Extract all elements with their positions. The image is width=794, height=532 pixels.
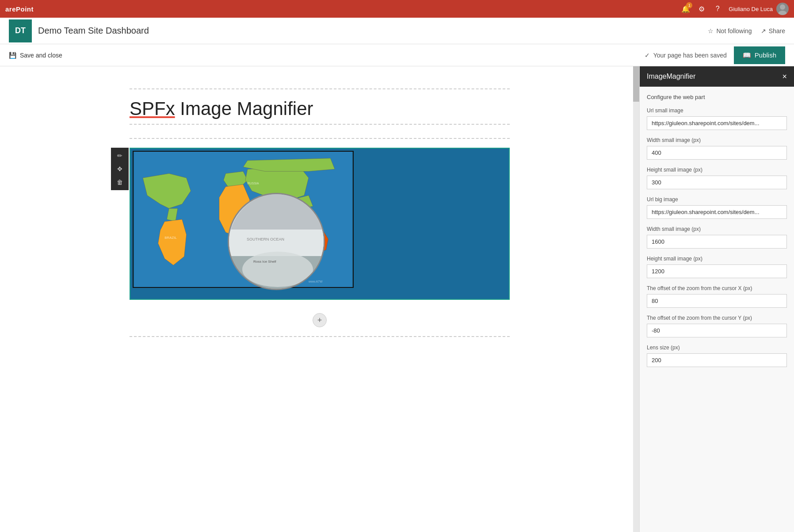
topbar-right: 🔔 1 ⚙ ? Giuliano De Luca: [681, 3, 789, 15]
not-following-label: Not following: [716, 27, 752, 34]
panel-title: ImageMagnifier: [647, 73, 695, 80]
svg-text:RUSSIA: RUSSIA: [248, 182, 259, 185]
star-icon: ☆: [708, 27, 714, 34]
form-group-width_big: Width small image (px): [647, 226, 787, 249]
label-height_small: Height small image (px): [647, 167, 787, 173]
page-header-left: DT Demo Team Site Dashboard: [9, 19, 149, 42]
svg-text:SOUTHERN OCEAN: SOUTHERN OCEAN: [247, 237, 284, 241]
magnifier-content: Ross Ice Shelf SOUTHERN OCEAN: [229, 194, 325, 290]
right-panel: ImageMagnifier × Configure the web part …: [639, 66, 794, 532]
label-url_small: Url small image: [647, 107, 787, 114]
form-group-url_big: Url big image: [647, 196, 787, 219]
page-header-right: ☆ Not following ↗ Share: [708, 27, 785, 34]
check-icon: ✓: [645, 52, 650, 59]
magnifier-lens: Ross Ice Shelf SOUTHERN OCEAN: [228, 193, 325, 290]
webpart-container: BRAZIL RUSSIA SOUTHERN OCEA AFRICA www.A…: [130, 148, 510, 300]
label-lens_size: Lens size (px): [647, 344, 787, 351]
input-width_big[interactable]: [647, 235, 787, 249]
close-panel-button[interactable]: ×: [782, 72, 787, 81]
form-group-offset_x: The offset of the zoom from the cursor X…: [647, 285, 787, 308]
input-url_big[interactable]: [647, 205, 787, 219]
move-webpart-button[interactable]: ✥: [114, 163, 126, 175]
title-spfx: SPFx: [130, 98, 175, 119]
site-title: Demo Team Site Dashboard: [38, 26, 149, 36]
add-section-button[interactable]: +: [313, 313, 327, 327]
user-avatar: [776, 3, 789, 15]
add-section-area: +: [130, 309, 510, 332]
input-lens_size[interactable]: [647, 353, 787, 367]
input-height_small[interactable]: [647, 176, 787, 189]
label-url_big: Url big image: [647, 196, 787, 203]
form-group-height_small: Height small image (px): [647, 167, 787, 189]
save-close-label: Save and close: [20, 52, 62, 59]
main-area: SPFx Image Magnifier ✏ ✥ 🗑: [0, 66, 794, 532]
not-following-button[interactable]: ☆ Not following: [708, 27, 752, 34]
input-width_small[interactable]: [647, 146, 787, 160]
canvas[interactable]: SPFx Image Magnifier ✏ ✥ 🗑: [0, 66, 639, 532]
label-offset_y: The offset of the zoom from the cursor Y…: [647, 315, 787, 321]
publish-label: Publish: [755, 51, 776, 59]
input-offset_y[interactable]: [647, 324, 787, 337]
label-offset_x: The offset of the zoom from the cursor X…: [647, 285, 787, 291]
saved-status-text: Your page has been saved: [653, 52, 727, 59]
edit-toolbar: 💾 Save and close ✓ Your page has been sa…: [0, 44, 794, 66]
input-url_small[interactable]: [647, 116, 787, 130]
label-width_small: Width small image (px): [647, 137, 787, 143]
page-title: SPFx Image Magnifier: [130, 98, 510, 125]
settings-icon[interactable]: ⚙: [697, 4, 706, 14]
notification-badge: 1: [686, 2, 692, 8]
user-name: Giuliano De Luca: [729, 6, 773, 12]
share-label: Share: [769, 27, 785, 34]
saved-status: ✓ Your page has been saved: [645, 52, 727, 59]
form-group-lens_size: Lens size (px): [647, 344, 787, 367]
brand-name: arePoint: [5, 5, 34, 13]
help-icon[interactable]: ?: [713, 4, 722, 14]
form-fields: Url small imageWidth small image (px)Hei…: [647, 107, 787, 367]
config-subtitle: Configure the web part: [647, 94, 787, 100]
webpart-toolbar: ✏ ✥ 🗑: [111, 148, 129, 190]
delete-webpart-button[interactable]: 🗑: [114, 176, 126, 188]
section-divider-top: [130, 88, 510, 89]
form-group-width_small: Width small image (px): [647, 137, 787, 160]
panel-header: ImageMagnifier ×: [640, 66, 794, 87]
scrollbar[interactable]: [633, 66, 639, 532]
notification-icon[interactable]: 🔔 1: [681, 4, 691, 14]
label-height_big: Height small image (px): [647, 256, 787, 262]
save-close-button[interactable]: 💾 Save and close: [9, 52, 62, 59]
page-header: DT Demo Team Site Dashboard ☆ Not follow…: [0, 18, 794, 44]
title-rest: Image Magnifier: [175, 98, 313, 119]
edit-webpart-button[interactable]: ✏: [114, 149, 126, 162]
input-height_big[interactable]: [647, 264, 787, 278]
topbar-left: arePoint: [5, 5, 34, 13]
section-divider-mid: [130, 138, 510, 139]
panel-body: Configure the web part Url small imageWi…: [640, 87, 794, 532]
svg-point-11: [242, 252, 313, 287]
user-profile[interactable]: Giuliano De Luca: [729, 3, 789, 15]
canvas-inner: SPFx Image Magnifier ✏ ✥ 🗑: [107, 66, 532, 359]
save-icon: 💾: [9, 52, 16, 59]
svg-text:Ross Ice Shelf: Ross Ice Shelf: [253, 260, 276, 264]
site-logo: DT: [9, 19, 32, 42]
section-divider-bottom: [130, 336, 510, 337]
form-group-url_small: Url small image: [647, 107, 787, 130]
share-icon: ↗: [761, 27, 766, 34]
scrollbar-thumb[interactable]: [633, 66, 639, 102]
svg-text:BRAZIL: BRAZIL: [164, 236, 177, 240]
book-icon: 📖: [743, 51, 751, 59]
label-width_big: Width small image (px): [647, 226, 787, 232]
form-group-height_big: Height small image (px): [647, 256, 787, 278]
svg-point-1: [778, 11, 787, 15]
world-map-container: BRAZIL RUSSIA SOUTHERN OCEA AFRICA www.A…: [130, 149, 509, 299]
svg-point-0: [780, 4, 785, 10]
publish-button[interactable]: 📖 Publish: [734, 46, 785, 64]
top-navbar: arePoint 🔔 1 ⚙ ? Giuliano De Luca: [0, 0, 794, 18]
webpart-wrapper: ✏ ✥ 🗑: [130, 148, 510, 300]
form-group-offset_y: The offset of the zoom from the cursor Y…: [647, 315, 787, 337]
svg-text:www.A7W: www.A7W: [308, 280, 323, 283]
input-offset_x[interactable]: [647, 294, 787, 308]
share-button[interactable]: ↗ Share: [761, 27, 785, 34]
